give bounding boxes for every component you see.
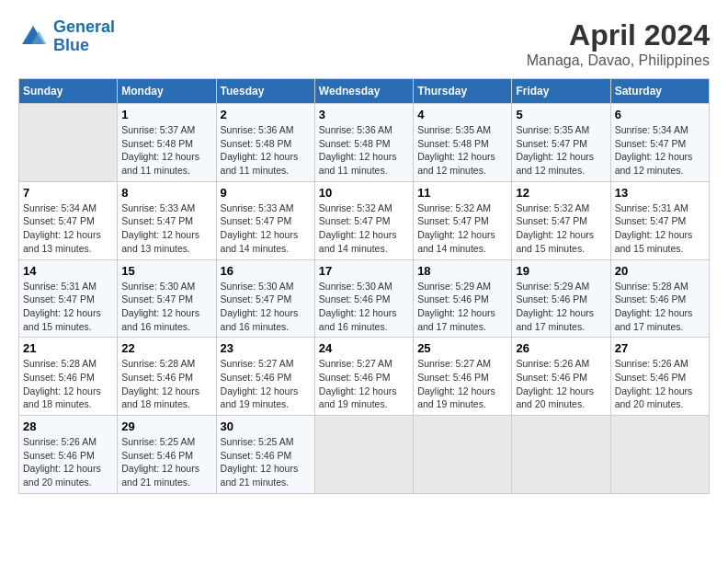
calendar-cell: 14Sunrise: 5:31 AM Sunset: 5:47 PM Dayli… xyxy=(19,259,118,338)
logo: General Blue xyxy=(18,18,115,55)
day-number: 10 xyxy=(319,186,409,200)
day-info: Sunrise: 5:30 AM Sunset: 5:47 PM Dayligh… xyxy=(121,280,211,334)
day-info: Sunrise: 5:34 AM Sunset: 5:47 PM Dayligh… xyxy=(23,201,113,256)
calendar-header-day: Wednesday xyxy=(314,79,413,104)
calendar-cell xyxy=(512,416,610,494)
day-info: Sunrise: 5:32 AM Sunset: 5:47 PM Dayligh… xyxy=(516,201,606,256)
logo-line2: Blue xyxy=(53,36,89,54)
calendar-cell: 1Sunrise: 5:37 AM Sunset: 5:48 PM Daylig… xyxy=(118,104,216,182)
calendar-cell xyxy=(414,416,512,494)
calendar-cell: 11Sunrise: 5:32 AM Sunset: 5:47 PM Dayli… xyxy=(414,181,512,259)
calendar-cell: 23Sunrise: 5:27 AM Sunset: 5:46 PM Dayli… xyxy=(216,338,314,416)
day-info: Sunrise: 5:28 AM Sunset: 5:46 PM Dayligh… xyxy=(121,357,211,411)
calendar-week-row: 21Sunrise: 5:28 AM Sunset: 5:46 PM Dayli… xyxy=(19,338,710,416)
calendar-week-row: 1Sunrise: 5:37 AM Sunset: 5:48 PM Daylig… xyxy=(19,104,710,182)
day-info: Sunrise: 5:27 AM Sunset: 5:46 PM Dayligh… xyxy=(417,357,507,411)
calendar-cell: 18Sunrise: 5:29 AM Sunset: 5:46 PM Dayli… xyxy=(414,259,512,338)
day-number: 19 xyxy=(516,264,606,278)
subtitle: Managa, Davao, Philippines xyxy=(527,52,710,69)
day-info: Sunrise: 5:37 AM Sunset: 5:48 PM Dayligh… xyxy=(121,123,211,178)
calendar-cell: 22Sunrise: 5:28 AM Sunset: 5:46 PM Dayli… xyxy=(118,338,216,416)
calendar-cell: 7Sunrise: 5:34 AM Sunset: 5:47 PM Daylig… xyxy=(19,181,118,259)
calendar-cell: 26Sunrise: 5:26 AM Sunset: 5:46 PM Dayli… xyxy=(512,338,610,416)
calendar-cell: 15Sunrise: 5:30 AM Sunset: 5:47 PM Dayli… xyxy=(118,259,216,338)
day-number: 21 xyxy=(23,341,113,355)
day-info: Sunrise: 5:31 AM Sunset: 5:47 PM Dayligh… xyxy=(23,280,113,334)
day-number: 2 xyxy=(221,108,311,121)
day-number: 5 xyxy=(516,108,606,121)
calendar-cell: 19Sunrise: 5:29 AM Sunset: 5:46 PM Dayli… xyxy=(512,259,610,338)
calendar-cell: 27Sunrise: 5:26 AM Sunset: 5:46 PM Dayli… xyxy=(610,338,709,416)
day-number: 26 xyxy=(516,341,606,355)
day-info: Sunrise: 5:35 AM Sunset: 5:48 PM Dayligh… xyxy=(417,123,507,178)
day-number: 17 xyxy=(319,264,409,278)
calendar-header-row: SundayMondayTuesdayWednesdayThursdayFrid… xyxy=(19,79,710,104)
day-info: Sunrise: 5:28 AM Sunset: 5:46 PM Dayligh… xyxy=(23,357,113,411)
day-info: Sunrise: 5:25 AM Sunset: 5:46 PM Dayligh… xyxy=(221,435,311,489)
calendar-table: SundayMondayTuesdayWednesdayThursdayFrid… xyxy=(18,78,710,494)
calendar-cell: 10Sunrise: 5:32 AM Sunset: 5:47 PM Dayli… xyxy=(314,181,413,259)
day-number: 29 xyxy=(121,419,211,433)
calendar-cell: 25Sunrise: 5:27 AM Sunset: 5:46 PM Dayli… xyxy=(414,338,512,416)
calendar-header-day: Saturday xyxy=(610,79,709,104)
calendar-cell: 13Sunrise: 5:31 AM Sunset: 5:47 PM Dayli… xyxy=(610,181,709,259)
calendar-cell: 12Sunrise: 5:32 AM Sunset: 5:47 PM Dayli… xyxy=(512,181,610,259)
calendar-cell: 28Sunrise: 5:26 AM Sunset: 5:46 PM Dayli… xyxy=(19,416,118,494)
day-number: 23 xyxy=(221,341,311,355)
calendar-week-row: 14Sunrise: 5:31 AM Sunset: 5:47 PM Dayli… xyxy=(19,259,710,338)
page-header: General Blue April 2024 Managa, Davao, P… xyxy=(18,18,710,69)
calendar-cell: 6Sunrise: 5:34 AM Sunset: 5:47 PM Daylig… xyxy=(610,104,709,182)
calendar-header-day: Monday xyxy=(118,79,216,104)
day-number: 8 xyxy=(121,186,211,200)
day-info: Sunrise: 5:25 AM Sunset: 5:46 PM Dayligh… xyxy=(121,435,211,489)
day-info: Sunrise: 5:30 AM Sunset: 5:46 PM Dayligh… xyxy=(319,280,409,334)
calendar-header-day: Tuesday xyxy=(216,79,314,104)
calendar-cell: 17Sunrise: 5:30 AM Sunset: 5:46 PM Dayli… xyxy=(314,259,413,338)
day-info: Sunrise: 5:35 AM Sunset: 5:47 PM Dayligh… xyxy=(516,123,606,178)
calendar-week-row: 28Sunrise: 5:26 AM Sunset: 5:46 PM Dayli… xyxy=(19,416,710,494)
day-number: 7 xyxy=(23,186,113,200)
day-info: Sunrise: 5:27 AM Sunset: 5:46 PM Dayligh… xyxy=(221,357,311,411)
logo-line1: General xyxy=(53,17,115,36)
day-number: 12 xyxy=(516,186,606,200)
calendar-cell: 30Sunrise: 5:25 AM Sunset: 5:46 PM Dayli… xyxy=(216,416,314,494)
day-info: Sunrise: 5:29 AM Sunset: 5:46 PM Dayligh… xyxy=(516,280,606,334)
calendar-cell: 29Sunrise: 5:25 AM Sunset: 5:46 PM Dayli… xyxy=(118,416,216,494)
day-number: 6 xyxy=(615,108,705,121)
day-number: 16 xyxy=(221,264,311,278)
day-info: Sunrise: 5:32 AM Sunset: 5:47 PM Dayligh… xyxy=(319,201,409,256)
calendar-cell: 16Sunrise: 5:30 AM Sunset: 5:47 PM Dayli… xyxy=(216,259,314,338)
calendar-cell: 21Sunrise: 5:28 AM Sunset: 5:46 PM Dayli… xyxy=(19,338,118,416)
day-number: 11 xyxy=(417,186,507,200)
calendar-cell: 5Sunrise: 5:35 AM Sunset: 5:47 PM Daylig… xyxy=(512,104,610,182)
calendar-header-day: Sunday xyxy=(19,79,118,104)
logo-text: General Blue xyxy=(53,18,115,55)
day-number: 25 xyxy=(417,341,507,355)
day-info: Sunrise: 5:33 AM Sunset: 5:47 PM Dayligh… xyxy=(221,201,311,256)
calendar-cell: 20Sunrise: 5:28 AM Sunset: 5:46 PM Dayli… xyxy=(610,259,709,338)
day-info: Sunrise: 5:32 AM Sunset: 5:47 PM Dayligh… xyxy=(417,201,507,256)
calendar-cell xyxy=(19,104,118,182)
day-info: Sunrise: 5:30 AM Sunset: 5:47 PM Dayligh… xyxy=(221,280,311,334)
day-number: 4 xyxy=(417,108,507,121)
day-info: Sunrise: 5:31 AM Sunset: 5:47 PM Dayligh… xyxy=(615,201,705,256)
day-number: 18 xyxy=(417,264,507,278)
calendar-cell: 8Sunrise: 5:33 AM Sunset: 5:47 PM Daylig… xyxy=(118,181,216,259)
day-number: 14 xyxy=(23,264,113,278)
calendar-cell xyxy=(314,416,413,494)
day-number: 20 xyxy=(615,264,705,278)
day-info: Sunrise: 5:26 AM Sunset: 5:46 PM Dayligh… xyxy=(23,435,113,489)
calendar-cell: 9Sunrise: 5:33 AM Sunset: 5:47 PM Daylig… xyxy=(216,181,314,259)
calendar-cell: 2Sunrise: 5:36 AM Sunset: 5:48 PM Daylig… xyxy=(216,104,314,182)
calendar-cell: 4Sunrise: 5:35 AM Sunset: 5:48 PM Daylig… xyxy=(414,104,512,182)
day-info: Sunrise: 5:33 AM Sunset: 5:47 PM Dayligh… xyxy=(121,201,211,256)
day-number: 24 xyxy=(319,341,409,355)
day-info: Sunrise: 5:26 AM Sunset: 5:46 PM Dayligh… xyxy=(516,357,606,411)
calendar-cell xyxy=(610,416,709,494)
calendar-week-row: 7Sunrise: 5:34 AM Sunset: 5:47 PM Daylig… xyxy=(19,181,710,259)
calendar-cell: 3Sunrise: 5:36 AM Sunset: 5:48 PM Daylig… xyxy=(314,104,413,182)
day-number: 27 xyxy=(615,341,705,355)
day-info: Sunrise: 5:29 AM Sunset: 5:46 PM Dayligh… xyxy=(417,280,507,334)
logo-icon xyxy=(18,22,48,52)
calendar-cell: 24Sunrise: 5:27 AM Sunset: 5:46 PM Dayli… xyxy=(314,338,413,416)
